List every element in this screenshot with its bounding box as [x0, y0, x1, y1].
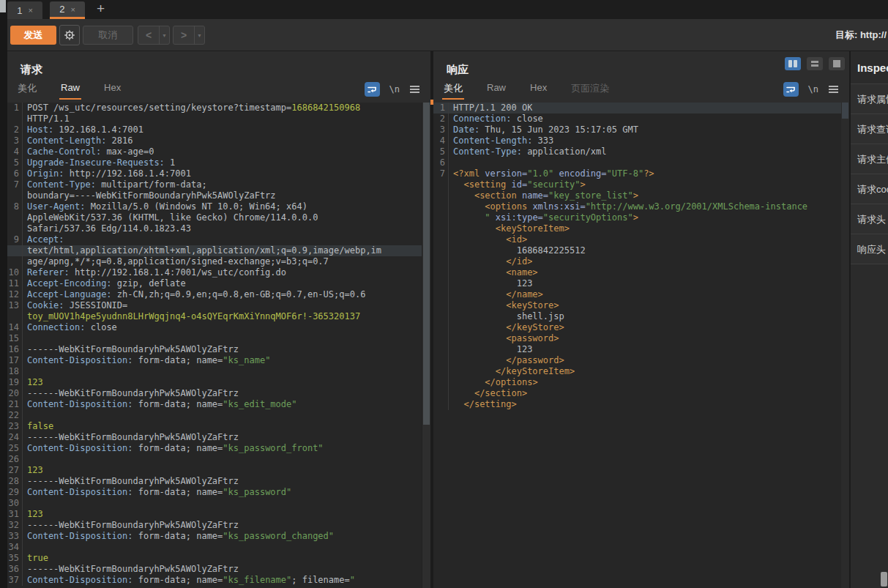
editor-line[interactable]: 26 — [7, 454, 422, 465]
editor-line[interactable]: <password> — [433, 333, 841, 344]
editor-line[interactable]: 4Cache-Control: max-age=0 — [7, 146, 422, 157]
editor-line[interactable]: 6Origin: http://192.168.1.4:7001 — [7, 168, 422, 179]
editor-menu-icon[interactable] — [409, 85, 420, 94]
tab-render[interactable]: 页面渲染 — [570, 82, 611, 100]
editor-line[interactable]: " xsi:type="securityOptions"> — [433, 212, 841, 223]
request-scrollbar-thumb[interactable] — [423, 103, 430, 425]
editor-line[interactable]: 7Content-Type: multipart/form-data; — [7, 179, 422, 190]
editor-menu-icon[interactable] — [828, 85, 839, 94]
editor-line[interactable]: 1686842225512 — [433, 245, 841, 256]
inspector-section-response-headers[interactable]: 响应头 — [851, 234, 888, 264]
editor-line[interactable]: 6 — [433, 157, 841, 168]
editor-line[interactable]: 8User-Agent: Mozilla/5.0 (Windows NT 10.… — [7, 201, 422, 212]
editor-line[interactable]: </setting> — [433, 399, 841, 410]
editor-line[interactable]: <id> — [433, 234, 841, 245]
editor-line[interactable]: 36------WebKitFormBoundaryhPwk5AWOlyZaFt… — [7, 564, 422, 575]
editor-line[interactable]: </id> — [433, 256, 841, 267]
editor-line[interactable]: 3Date: Thu, 15 Jun 2023 15:17:05 GMT — [433, 124, 841, 135]
editor-line[interactable]: 2Connection: close — [433, 113, 841, 124]
tab-hex[interactable]: Hex — [102, 82, 122, 100]
editor-line[interactable]: 1POST /ws_utc/resources/setting/keystore… — [7, 103, 422, 113]
new-tab-button[interactable]: + — [97, 1, 105, 19]
editor-line[interactable]: 34 — [7, 542, 422, 553]
editor-line[interactable]: 27123 — [7, 465, 422, 476]
tab-close-icon[interactable]: × — [70, 5, 75, 14]
editor-line[interactable]: 1HTTP/1.1 200 OK — [433, 103, 841, 113]
editor-line[interactable]: 11Accept-Encoding: gzip, deflate — [7, 278, 422, 289]
editor-line[interactable]: <setting id="security"> — [433, 179, 841, 190]
editor-line[interactable]: 21Content-Disposition: form-data; name="… — [7, 399, 422, 410]
editor-line[interactable]: 10Referer: http://192.168.1.4:7001/ws_ut… — [7, 267, 422, 278]
newline-toggle[interactable]: \n — [389, 84, 400, 94]
response-editor[interactable]: 1HTTP/1.1 200 OK2Connection: close3Date:… — [433, 103, 841, 588]
word-wrap-toggle[interactable] — [783, 82, 799, 97]
editor-line[interactable]: </password> — [433, 355, 841, 366]
editor-line[interactable]: </name> — [433, 289, 841, 300]
newline-toggle[interactable]: \n — [808, 84, 818, 94]
editor-line[interactable]: 17Content-Disposition: form-data; name="… — [7, 355, 422, 366]
editor-line[interactable]: 123 — [433, 344, 841, 355]
editor-line[interactable]: shell.jsp — [433, 311, 841, 322]
response-scrollbar-thumb[interactable] — [842, 103, 848, 119]
editor-line[interactable]: 19123 — [7, 377, 422, 388]
editor-line[interactable]: 3Content-Length: 2816 — [7, 135, 422, 146]
settings-gear-button[interactable] — [59, 25, 80, 45]
editor-line[interactable]: </keyStoreItem> — [433, 366, 841, 377]
forward-dropdown-icon[interactable]: ▼ — [194, 26, 204, 44]
tab-raw[interactable]: Raw — [485, 82, 507, 100]
editor-line[interactable]: AppleWebKit/537.36 (KHTML, like Gecko) C… — [7, 212, 422, 223]
editor-line[interactable]: 37Content-Disposition: form-data; name="… — [7, 575, 422, 586]
editor-line[interactable]: 14Connection: close — [7, 322, 422, 333]
editor-line[interactable]: 23false — [7, 421, 422, 432]
editor-line[interactable]: 2Host: 192.168.1.4:7001 — [7, 124, 422, 135]
repeater-tab-1[interactable]: 1 × — [7, 1, 42, 19]
layout-columns-button[interactable] — [785, 57, 801, 70]
layout-single-button[interactable] — [829, 57, 845, 70]
history-back-button[interactable]: < ▼ — [138, 26, 170, 45]
layout-rows-button[interactable] — [807, 57, 823, 70]
editor-line[interactable]: 5Upgrade-Insecure-Requests: 1 — [7, 157, 422, 168]
repeater-tab-2[interactable]: 2 × — [50, 1, 85, 19]
word-wrap-toggle[interactable] — [365, 82, 380, 97]
editor-line[interactable]: 20------WebKitFormBoundaryhPwk5AWOlyZaFt… — [7, 388, 422, 399]
editor-line[interactable]: age/apng,*/*;q=0.8,application/signed-ex… — [7, 256, 422, 267]
tab-hex[interactable]: Hex — [529, 82, 548, 100]
editor-line[interactable]: 35true — [7, 553, 422, 564]
editor-line[interactable]: 28------WebKitFormBoundaryhPwk5AWOlyZaFt… — [7, 476, 422, 487]
editor-line[interactable]: </section> — [433, 388, 841, 399]
editor-line[interactable]: 30 — [7, 498, 422, 509]
editor-line[interactable]: 24------WebKitFormBoundaryhPwk5AWOlyZaFt… — [7, 432, 422, 443]
tab-pretty[interactable]: 美化 — [442, 82, 464, 100]
request-scrollbar[interactable] — [422, 103, 430, 588]
editor-line[interactable]: <keyStore> — [433, 300, 841, 311]
editor-line[interactable]: <name> — [433, 267, 841, 278]
tab-pretty[interactable]: 美化 — [16, 82, 38, 100]
editor-line[interactable]: 18 — [7, 366, 422, 377]
tab-close-icon[interactable]: × — [28, 6, 32, 15]
inspector-section-request-headers[interactable]: 请求头 — [851, 204, 888, 234]
inspector-scrollbar-thumb[interactable] — [881, 572, 887, 587]
editor-line[interactable]: <keyStoreItem> — [433, 223, 841, 234]
inspector-section-body-params[interactable]: 请求主体参数 — [851, 144, 888, 174]
editor-line[interactable]: 32------WebKitFormBoundaryhPwk5AWOlyZaFt… — [7, 520, 422, 531]
editor-line[interactable]: 16------WebKitFormBoundaryhPwk5AWOlyZaFt… — [7, 344, 422, 355]
editor-line[interactable]: text/html,application/xhtml+xml,applicat… — [7, 245, 422, 256]
editor-line[interactable]: HTTP/1.1 — [7, 113, 422, 124]
editor-line[interactable]: <options xmlns:xsi="http://www.w3.org/20… — [433, 201, 841, 212]
editor-line[interactable]: </keyStore> — [433, 322, 841, 333]
editor-line[interactable]: 15 — [7, 333, 422, 344]
editor-line[interactable]: 22 — [7, 410, 422, 421]
cancel-button[interactable]: 取消 — [83, 26, 133, 45]
editor-line[interactable]: 33Content-Disposition: form-data; name="… — [7, 531, 422, 542]
editor-line[interactable]: 12Accept-Language: zh-CN,zh;q=0.9,en;q=0… — [7, 289, 422, 300]
editor-line[interactable]: 31123 — [7, 509, 422, 520]
inspector-section-request-attributes[interactable]: 请求属性 — [851, 84, 888, 114]
request-editor[interactable]: 1POST /ws_utc/resources/setting/keystore… — [7, 103, 422, 588]
inspector-section-cookies[interactable]: 请求cookies — [851, 174, 888, 204]
send-button[interactable]: 发送 — [10, 26, 56, 45]
editor-line[interactable]: toy_mUOV1h4pe5yudnn8LHrWgqjnq4-o4sQYEqrK… — [7, 311, 422, 322]
editor-line[interactable]: 7<?xml version="1.0" encoding="UTF-8"?> — [433, 168, 841, 179]
editor-line[interactable]: boundary=----WebKitFormBoundaryhPwk5AWOl… — [7, 190, 422, 201]
editor-line[interactable]: 5Content-Type: application/xml — [433, 146, 841, 157]
response-scrollbar[interactable] — [841, 103, 849, 588]
